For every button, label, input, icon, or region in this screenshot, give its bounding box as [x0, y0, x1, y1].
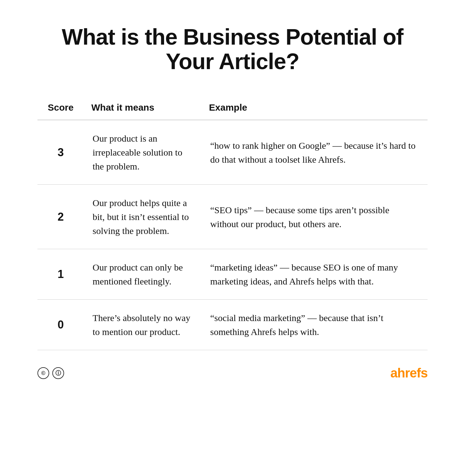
table-row: 1Our product can only be mentioned fleet… [37, 249, 428, 300]
score-cell-2: 1 [37, 249, 84, 300]
what-it-means-cell-0: Our product is an irreplaceable solution… [84, 120, 202, 185]
example-cell-1: “SEO tips” — because some tips aren’t po… [202, 185, 428, 249]
example-cell-3: “social media marketing” — because that … [202, 300, 428, 350]
table-wrapper: Score What it means Example 3Our product… [37, 95, 428, 350]
col-header-what-it-means: What it means [84, 95, 202, 120]
footer: © ⓘ ahrefs [37, 366, 428, 381]
what-it-means-cell-1: Our product helps quite a bit, but it is… [84, 185, 202, 249]
example-cell-2: “marketing ideas” — because SEO is one o… [202, 249, 428, 300]
ahrefs-logo: ahrefs [390, 366, 428, 381]
score-cell-3: 0 [37, 300, 84, 350]
creative-commons-icon: © [37, 367, 49, 379]
table-row: 0There’s absolutely no way to mention ou… [37, 300, 428, 350]
table-header-row: Score What it means Example [37, 95, 428, 120]
page-container: What is the Business Potential of Your A… [0, 0, 465, 476]
what-it-means-cell-2: Our product can only be mentioned fleeti… [84, 249, 202, 300]
col-header-example: Example [202, 95, 428, 120]
cc-icons-group: © ⓘ [37, 367, 64, 379]
table-row: 2Our product helps quite a bit, but it i… [37, 185, 428, 249]
business-potential-table: Score What it means Example 3Our product… [37, 95, 428, 350]
what-it-means-cell-3: There’s absolutely no way to mention our… [84, 300, 202, 350]
example-cell-0: “how to rank higher on Google” — because… [202, 120, 428, 185]
page-title: What is the Business Potential of Your A… [37, 25, 428, 74]
score-cell-0: 3 [37, 120, 84, 185]
table-row: 3Our product is an irreplaceable solutio… [37, 120, 428, 185]
info-icon: ⓘ [52, 367, 64, 379]
col-header-score: Score [37, 95, 84, 120]
score-cell-1: 2 [37, 185, 84, 249]
